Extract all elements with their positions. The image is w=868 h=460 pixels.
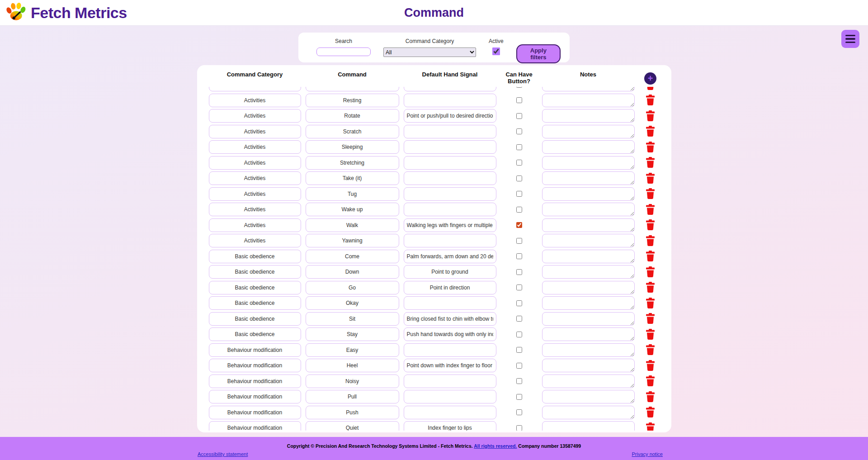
notes-textarea[interactable] (542, 218, 635, 232)
delete-row-button[interactable] (646, 329, 655, 340)
category-input[interactable] (209, 250, 301, 263)
command-input[interactable] (306, 296, 399, 310)
command-input[interactable] (306, 218, 399, 232)
category-input[interactable] (209, 312, 301, 326)
delete-row-button[interactable] (646, 126, 655, 137)
can-have-button-checkbox[interactable] (516, 175, 522, 181)
hand-signal-input[interactable] (404, 94, 496, 107)
can-have-button-checkbox[interactable] (516, 269, 522, 275)
command-input[interactable] (306, 343, 399, 357)
delete-row-button[interactable] (646, 313, 655, 324)
category-input[interactable] (209, 109, 301, 123)
can-have-button-checkbox[interactable] (516, 238, 522, 244)
delete-row-button[interactable] (646, 219, 655, 231)
hand-signal-input[interactable] (404, 109, 496, 123)
hand-signal-input[interactable] (404, 125, 496, 138)
can-have-button-checkbox[interactable] (516, 332, 522, 337)
can-have-button-checkbox[interactable] (516, 207, 522, 213)
hand-signal-input[interactable] (404, 234, 496, 247)
hand-signal-input[interactable] (404, 390, 496, 403)
can-have-button-checkbox[interactable] (516, 128, 522, 134)
command-input[interactable] (306, 140, 399, 154)
hand-signal-input[interactable] (404, 250, 496, 263)
can-have-button-checkbox[interactable] (516, 222, 522, 228)
command-input[interactable] (306, 156, 399, 170)
can-have-button-checkbox[interactable] (516, 253, 522, 259)
accessibility-statement-link[interactable]: Accessibility statement (198, 451, 248, 457)
command-input[interactable] (306, 421, 399, 431)
can-have-button-checkbox[interactable] (516, 160, 522, 166)
notes-textarea[interactable] (542, 359, 635, 372)
command-input[interactable] (306, 203, 399, 216)
delete-row-button[interactable] (646, 235, 655, 247)
category-input[interactable] (209, 203, 301, 216)
delete-row-button[interactable] (646, 157, 655, 168)
add-row-button[interactable]: + (644, 72, 656, 85)
command-input[interactable] (306, 359, 399, 372)
can-have-button-checkbox[interactable] (516, 316, 522, 322)
notes-textarea[interactable] (542, 187, 635, 201)
category-select[interactable]: All (383, 47, 476, 57)
hand-signal-input[interactable] (404, 296, 496, 310)
category-input[interactable] (209, 234, 301, 247)
notes-textarea[interactable] (542, 234, 635, 247)
active-checkbox[interactable] (492, 47, 500, 55)
notes-textarea[interactable] (542, 140, 635, 154)
command-input[interactable] (306, 187, 399, 201)
command-input[interactable] (306, 265, 399, 279)
apply-filters-button[interactable]: Apply filters (516, 44, 561, 63)
notes-textarea[interactable] (542, 109, 635, 123)
notes-textarea[interactable] (542, 312, 635, 326)
delete-row-button[interactable] (646, 344, 655, 356)
can-have-button-checkbox[interactable] (516, 300, 522, 306)
notes-textarea[interactable] (542, 327, 635, 341)
can-have-button-checkbox[interactable] (516, 285, 522, 290)
delete-row-button[interactable] (646, 251, 655, 262)
can-have-button-checkbox[interactable] (516, 394, 522, 400)
delete-row-button[interactable] (646, 142, 655, 153)
hand-signal-input[interactable] (404, 218, 496, 232)
category-input[interactable] (209, 187, 301, 201)
delete-row-button[interactable] (646, 282, 655, 293)
notes-textarea[interactable] (542, 406, 635, 419)
hand-signal-input[interactable] (404, 203, 496, 216)
delete-row-button[interactable] (646, 87, 655, 90)
can-have-button-checkbox[interactable] (516, 425, 522, 431)
delete-row-button[interactable] (646, 407, 655, 418)
notes-textarea[interactable] (542, 421, 635, 431)
notes-textarea[interactable] (542, 156, 635, 170)
category-input[interactable] (209, 218, 301, 232)
can-have-button-checkbox[interactable] (516, 113, 522, 119)
search-input[interactable] (316, 47, 371, 56)
delete-row-button[interactable] (646, 422, 655, 431)
command-input[interactable] (306, 390, 399, 403)
notes-textarea[interactable] (542, 265, 635, 279)
can-have-button-checkbox[interactable] (516, 191, 522, 197)
can-have-button-checkbox[interactable] (516, 144, 522, 150)
delete-row-button[interactable] (646, 110, 655, 122)
delete-row-button[interactable] (646, 173, 655, 184)
notes-textarea[interactable] (542, 390, 635, 403)
hand-signal-input[interactable] (404, 281, 496, 294)
hand-signal-input[interactable] (404, 171, 496, 185)
category-input[interactable] (209, 343, 301, 357)
privacy-notice-link[interactable]: Privacy notice (632, 451, 663, 457)
can-have-button-checkbox[interactable] (516, 97, 522, 103)
hand-signal-input[interactable] (404, 327, 496, 341)
category-input[interactable] (209, 281, 301, 294)
command-input[interactable] (306, 171, 399, 185)
delete-row-button[interactable] (646, 298, 655, 309)
hand-signal-input[interactable] (404, 312, 496, 326)
command-input[interactable] (306, 125, 399, 138)
delete-row-button[interactable] (646, 375, 655, 387)
category-input[interactable] (209, 171, 301, 185)
notes-textarea[interactable] (542, 375, 635, 388)
notes-textarea[interactable] (542, 125, 635, 138)
category-input[interactable] (209, 296, 301, 310)
brand[interactable]: Fetch Metrics (5, 1, 127, 24)
category-input[interactable] (209, 327, 301, 341)
category-input[interactable] (209, 125, 301, 138)
hand-signal-input[interactable] (404, 87, 496, 91)
category-input[interactable] (209, 421, 301, 431)
command-input[interactable] (306, 87, 399, 91)
